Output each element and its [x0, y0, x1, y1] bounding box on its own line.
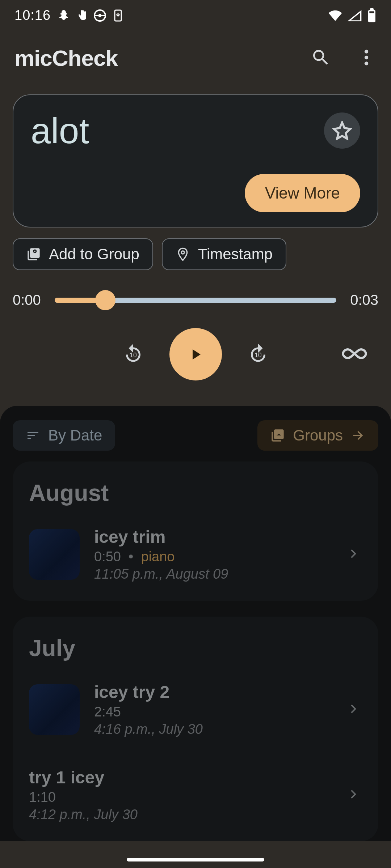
infinity-icon — [341, 346, 367, 361]
search-icon[interactable] — [311, 47, 331, 69]
now-playing-card: alot View More — [13, 94, 378, 227]
recording-title: icey trim — [94, 527, 330, 547]
forward-10-button[interactable]: 10 — [247, 343, 269, 366]
battery-icon — [367, 8, 377, 23]
current-time: 0:00 — [13, 292, 41, 308]
status-bar: 10:16 — [0, 0, 391, 31]
library-add-icon — [26, 247, 41, 261]
month-card: Augusticey trim0:50 • piano11:05 p.m., A… — [13, 461, 378, 601]
replay-10-icon: 10 — [122, 343, 144, 365]
status-time: 10:16 — [14, 8, 51, 23]
svg-rect-6 — [369, 11, 374, 13]
progress-row: 0:00 0:03 — [0, 270, 391, 308]
recording-date: 4:16 p.m., July 30 — [94, 722, 330, 737]
sort-icon — [26, 428, 40, 443]
month-card: Julyicey try 22:454:16 p.m., July 30try … — [13, 617, 378, 841]
notif-icon-pokeball — [93, 9, 106, 22]
pill-label: By Date — [48, 427, 102, 444]
svg-point-9 — [365, 61, 368, 65]
svg-text:10: 10 — [130, 352, 137, 359]
recording-row[interactable]: icey try 22:454:16 p.m., July 30 — [29, 678, 362, 741]
chip-label: Add to Group — [49, 246, 139, 263]
timestamp-chip[interactable]: Timestamp — [162, 238, 286, 270]
recording-meta: 2:45 — [94, 704, 330, 720]
recording-info: try 1 icey1:104:12 p.m., July 30 — [29, 767, 330, 822]
total-time: 0:03 — [350, 292, 378, 308]
add-to-group-chip[interactable]: Add to Group — [13, 238, 153, 270]
month-title: August — [29, 480, 362, 506]
recording-row[interactable]: icey trim0:50 • piano11:05 p.m., August … — [29, 523, 362, 586]
svg-text:10: 10 — [255, 352, 262, 359]
location-icon — [176, 247, 190, 261]
replay-10-button[interactable]: 10 — [122, 343, 144, 366]
app-title: micCheck — [14, 45, 118, 71]
playback-controls: 10 10 — [0, 308, 391, 402]
star-icon — [332, 121, 352, 140]
wifi-icon — [328, 10, 342, 21]
gesture-bar — [127, 858, 264, 861]
groups-pill[interactable]: Groups — [257, 420, 378, 451]
track-title: alot — [31, 112, 89, 149]
recording-meta: 0:50 • piano — [94, 549, 330, 565]
forward-10-icon: 10 — [247, 343, 269, 365]
recording-info: icey trim0:50 • piano11:05 p.m., August … — [94, 527, 330, 582]
recording-date: 4:12 p.m., July 30 — [29, 807, 330, 822]
svg-point-7 — [365, 50, 368, 53]
chevron-right-icon — [345, 545, 362, 564]
recording-row[interactable]: try 1 icey1:104:12 p.m., July 30 — [29, 763, 362, 827]
recording-title: try 1 icey — [29, 767, 330, 787]
play-button[interactable] — [169, 328, 222, 380]
progress-slider[interactable] — [55, 298, 336, 303]
library-icon — [270, 428, 285, 443]
month-title: July — [29, 635, 362, 661]
arrow-right-icon — [351, 428, 365, 443]
more-icon[interactable] — [356, 47, 377, 69]
recording-title: icey try 2 — [94, 682, 330, 702]
svg-point-8 — [365, 55, 368, 59]
svg-rect-5 — [370, 8, 374, 10]
notif-icon-download — [112, 9, 125, 22]
action-chip-row: Add to Group Timestamp — [0, 227, 391, 270]
notif-icon-snapchat — [57, 9, 70, 22]
pill-label: Groups — [293, 427, 343, 444]
recording-thumbnail — [29, 529, 80, 580]
view-more-button[interactable]: View More — [245, 174, 360, 212]
chevron-right-icon — [345, 786, 362, 804]
notif-icon-hand — [75, 9, 88, 22]
recording-info: icey try 22:454:16 p.m., July 30 — [94, 682, 330, 737]
loop-button[interactable] — [341, 346, 367, 363]
recording-meta: 1:10 — [29, 790, 330, 805]
svg-point-2 — [98, 14, 102, 17]
app-bar: micCheck — [0, 31, 391, 89]
recording-thumbnail — [29, 684, 80, 735]
signal-icon — [348, 10, 362, 21]
favorite-button[interactable] — [324, 112, 360, 149]
recording-date: 11:05 p.m., August 09 — [94, 566, 330, 582]
chevron-right-icon — [345, 700, 362, 719]
play-icon — [187, 346, 204, 363]
sort-by-date-pill[interactable]: By Date — [13, 420, 115, 451]
recordings-panel: By Date Groups Augusticey trim0:50 • pia… — [0, 406, 391, 841]
chip-label: Timestamp — [198, 246, 273, 263]
